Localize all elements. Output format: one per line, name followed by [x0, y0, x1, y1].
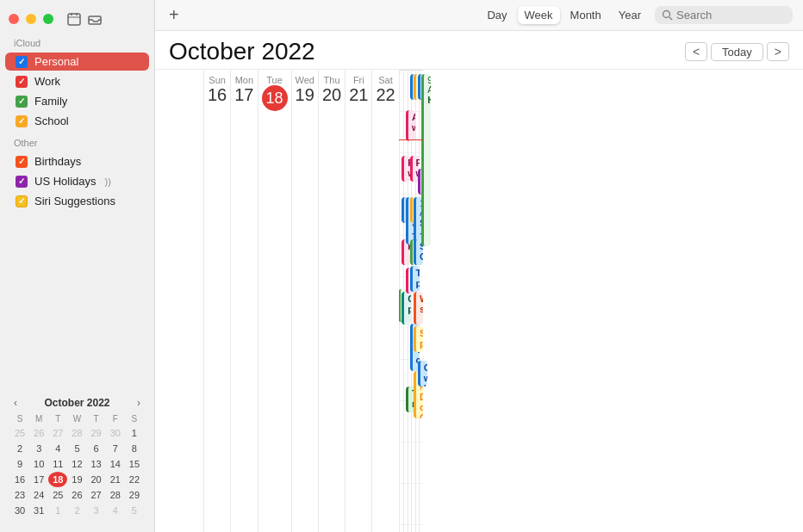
mini-cal-next[interactable]: › — [134, 397, 144, 409]
search-input[interactable] — [676, 9, 780, 22]
mini-cal-day[interactable]: 24 — [29, 487, 48, 503]
mini-cal-title: October 2022 — [44, 397, 109, 409]
maximize-button[interactable] — [43, 14, 53, 24]
cal-grid-wrapper[interactable]: Sun16Mon17Tue18Wed19Thu20Fri21Sat22all-d… — [155, 70, 803, 532]
calendar-event[interactable]: Soccer pra... — [414, 326, 423, 352]
mini-cal-day[interactable]: 25 — [10, 425, 29, 441]
mini-cal-day[interactable]: 3 — [87, 503, 106, 518]
calendar-event[interactable]: 9 AMHike — [421, 74, 431, 246]
sidebar-item-personal[interactable]: ✓ Personal — [5, 53, 149, 71]
mini-cal-day[interactable]: 16 — [10, 472, 29, 487]
mini-cal-day[interactable]: 11 — [48, 456, 67, 472]
mini-cal-day[interactable]: 13 — [87, 456, 106, 472]
view-day-button[interactable]: Day — [480, 6, 514, 24]
day-number: 22 — [376, 85, 395, 105]
us-holidays-checkbox[interactable]: ✓ — [16, 176, 28, 188]
work-checkbox[interactable]: ✓ — [16, 76, 28, 88]
day-header-thu[interactable]: Thu20 — [318, 70, 345, 532]
sidebar-item-family[interactable]: ✓ Family — [5, 92, 149, 110]
svg-point-5 — [663, 11, 670, 18]
mini-cal-day[interactable]: 14 — [106, 456, 125, 472]
day-header-sun[interactable]: Sun16 — [203, 70, 230, 532]
main-content: + Day Week Month Year October 2022 < Tod… — [155, 0, 803, 532]
today-button[interactable]: Today — [711, 43, 763, 61]
mini-cal-day[interactable]: 26 — [67, 487, 86, 503]
mini-cal-day[interactable]: 6 — [87, 441, 106, 456]
mini-cal-day[interactable]: 26 — [29, 425, 48, 441]
sidebar-item-us-holidays[interactable]: ✓ US Holidays )) — [5, 172, 149, 190]
mini-cal-day[interactable]: 28 — [106, 487, 125, 503]
mini-cal-day[interactable]: 9 — [10, 456, 29, 472]
mini-cal-day[interactable]: 27 — [87, 487, 106, 503]
sidebar-item-work[interactable]: ✓ Work — [5, 72, 149, 90]
calendar-event[interactable]: Call with Lu... — [418, 361, 427, 387]
calendar-event[interactable]: Writing ses... — [414, 292, 423, 325]
sidebar-item-birthdays[interactable]: ✓ Birthdays — [5, 152, 149, 170]
day-number: 16 — [208, 85, 227, 105]
mini-cal-day[interactable]: 5 — [67, 441, 86, 456]
calendar-event[interactable]: Team prese... — [410, 266, 420, 292]
search-box[interactable] — [655, 6, 793, 24]
prev-button[interactable]: < — [685, 42, 707, 61]
mini-cal-day[interactable]: 7 — [106, 441, 125, 456]
view-week-button[interactable]: Week — [518, 6, 560, 24]
mini-cal-day[interactable]: 2 — [10, 441, 29, 456]
next-button[interactable]: > — [767, 42, 789, 61]
calendar-event[interactable]: Choir pract... — [402, 292, 411, 325]
dow-thu: T — [87, 412, 106, 425]
family-checkbox[interactable]: ✓ — [16, 96, 28, 108]
mini-cal-day[interactable]: 2 — [67, 503, 86, 518]
mini-cal-day[interactable]: 1 — [125, 425, 144, 441]
day-header-fri[interactable]: Fri21 — [345, 70, 371, 532]
mini-cal-day[interactable]: 21 — [106, 472, 125, 487]
personal-label: Personal — [34, 55, 78, 68]
sidebar-item-school[interactable]: ✓ School — [5, 112, 149, 130]
mini-cal-day[interactable]: 12 — [67, 456, 86, 472]
mini-cal-grid: S M T W T F S 25262728293012345678910111… — [10, 412, 144, 518]
mini-cal-day[interactable]: 31 — [29, 503, 48, 518]
school-checkbox[interactable]: ✓ — [16, 115, 28, 127]
mini-cal-day[interactable]: 17 — [29, 472, 48, 487]
add-event-button[interactable]: + — [165, 5, 183, 25]
mini-cal-day[interactable]: 15 — [125, 456, 144, 472]
mini-cal-day[interactable]: 3 — [29, 441, 48, 456]
calendar-event[interactable]: Artist work... — [406, 110, 415, 141]
view-year-button[interactable]: Year — [612, 6, 648, 24]
mini-cal-day[interactable]: 29 — [125, 487, 144, 503]
mini-cal-day[interactable]: 23 — [10, 487, 29, 503]
birthdays-checkbox[interactable]: ✓ — [16, 156, 28, 168]
sidebar-item-siri[interactable]: ✓ Siri Suggestions — [5, 192, 149, 210]
mini-cal-day[interactable]: 28 — [67, 425, 86, 441]
toolbar: + Day Week Month Year — [155, 0, 803, 31]
day-header-mon[interactable]: Mon17 — [230, 70, 257, 532]
personal-checkbox[interactable]: ✓ — [16, 56, 28, 68]
mini-cal-day[interactable]: 5 — [125, 503, 144, 518]
mini-cal-day[interactable]: 20 — [87, 472, 106, 487]
mini-cal-day[interactable]: 4 — [106, 503, 125, 518]
mini-cal-day[interactable]: 25 — [48, 487, 67, 503]
day-header-wed[interactable]: Wed19 — [291, 70, 318, 532]
siri-checkbox[interactable]: ✓ — [16, 195, 28, 207]
mini-cal-prev[interactable]: ‹ — [10, 397, 21, 409]
mini-cal-day[interactable]: 4 — [48, 441, 67, 456]
dow-fri: F — [106, 412, 125, 425]
mini-cal-day[interactable]: 30 — [10, 503, 29, 518]
mini-cal-day[interactable]: 29 — [87, 425, 106, 441]
header-time-spacer — [155, 70, 203, 532]
view-month-button[interactable]: Month — [563, 6, 608, 24]
day-header-sat[interactable]: Sat22 — [371, 70, 398, 532]
dow-mon: M — [29, 412, 48, 425]
mini-cal-day[interactable]: 1 — [48, 503, 67, 518]
mini-cal-day[interactable]: 8 — [125, 441, 144, 456]
mini-cal-day[interactable]: 10 — [29, 456, 48, 472]
day-header-tue[interactable]: Tue18 — [258, 70, 291, 532]
today-circle: 18 — [262, 85, 288, 111]
minimize-button[interactable] — [26, 14, 36, 24]
mini-cal-day[interactable]: 22 — [125, 472, 144, 487]
day-name: Mon — [234, 75, 253, 85]
mini-cal-day[interactable]: 18 — [48, 472, 67, 487]
mini-cal-day[interactable]: 30 — [106, 425, 125, 441]
close-button[interactable] — [9, 14, 19, 24]
mini-cal-day[interactable]: 27 — [48, 425, 67, 441]
mini-cal-day[interactable]: 19 — [67, 472, 86, 487]
